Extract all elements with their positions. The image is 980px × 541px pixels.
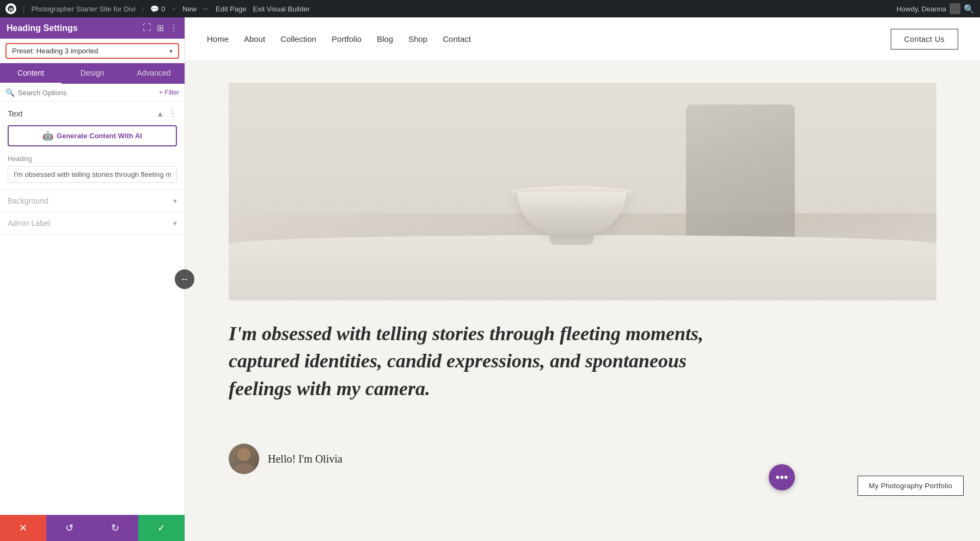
site-navigation: Home About Collection Portfolio Blog Sho… bbox=[185, 17, 980, 61]
undo-icon: ↺ bbox=[65, 522, 74, 534]
text-section-options-icon[interactable]: ⋮ bbox=[168, 108, 177, 119]
comment-bubble[interactable]: 💬 0 bbox=[150, 5, 165, 13]
admin-label-section[interactable]: Admin Label ▾ bbox=[0, 212, 185, 235]
bowl-base bbox=[550, 235, 593, 245]
bowl-body bbox=[517, 192, 626, 235]
svg-point-2 bbox=[237, 448, 250, 461]
hero-photo bbox=[229, 83, 936, 300]
bottom-toolbar: ✕ ↺ ↻ ✓ bbox=[0, 515, 185, 541]
exit-builder-button[interactable]: Exit Visual Builder bbox=[253, 5, 310, 13]
more-icon: ••• bbox=[775, 470, 788, 484]
nav-blog[interactable]: Blog bbox=[377, 34, 393, 44]
portfolio-button[interactable]: My Photography Portfolio bbox=[857, 476, 964, 496]
settings-tabs: Content Design Advanced bbox=[0, 63, 185, 84]
panel-title: Heading Settings bbox=[7, 23, 78, 33]
search-icon: 🔍 bbox=[5, 88, 15, 97]
edit-page-button[interactable]: Edit Page bbox=[216, 5, 246, 13]
redo-button[interactable]: ↻ bbox=[93, 515, 139, 541]
nav-portfolio[interactable]: Portfolio bbox=[332, 34, 362, 44]
page-content: I'm obsessed with telling stories throug… bbox=[185, 61, 980, 444]
panel-resize-handle[interactable]: ↔ bbox=[175, 269, 194, 289]
author-name: Hello! I'm Olivia bbox=[268, 453, 342, 465]
save-icon: ✓ bbox=[157, 522, 166, 534]
nav-collection[interactable]: Collection bbox=[280, 34, 316, 44]
search-options-bar: 🔍 + Filter bbox=[0, 84, 185, 102]
text-section-header: Text ▲ ⋮ bbox=[0, 102, 185, 123]
author-avatar bbox=[229, 444, 259, 474]
hero-heading: I'm obsessed with telling stories throug… bbox=[229, 320, 708, 402]
search-options-input[interactable] bbox=[18, 89, 156, 97]
undo-button[interactable]: ↺ bbox=[46, 515, 93, 541]
nav-links: Home About Collection Portfolio Blog Sho… bbox=[207, 34, 471, 44]
nav-shop[interactable]: Shop bbox=[408, 34, 427, 44]
cancel-button[interactable]: ✕ bbox=[0, 515, 46, 541]
heading-field-input[interactable] bbox=[8, 166, 177, 183]
wordpress-logo[interactable]: W bbox=[5, 3, 16, 14]
admin-label-title: Admin Label bbox=[8, 219, 50, 228]
tab-design[interactable]: Design bbox=[62, 63, 123, 84]
save-button[interactable]: ✓ bbox=[138, 515, 185, 541]
admin-bar: W | Photographer Starter Site for Divi |… bbox=[0, 0, 980, 17]
more-options-icon[interactable]: ⋮ bbox=[169, 23, 178, 33]
contact-us-button[interactable]: Contact Us bbox=[891, 29, 958, 50]
floating-menu-button[interactable]: ••• bbox=[769, 464, 795, 490]
preset-selector[interactable]: Preset: Heading 3 imported ▾ bbox=[5, 43, 179, 59]
nav-about[interactable]: About bbox=[244, 34, 265, 44]
nav-contact[interactable]: Contact bbox=[443, 34, 471, 44]
tab-content[interactable]: Content bbox=[0, 63, 62, 84]
fabric-element bbox=[686, 104, 795, 257]
redo-icon: ↻ bbox=[111, 522, 119, 534]
tab-advanced[interactable]: Advanced bbox=[123, 63, 185, 84]
site-name[interactable]: Photographer Starter Site for Divi bbox=[31, 5, 135, 13]
background-section-title: Background bbox=[8, 196, 48, 205]
text-section-controls: ▲ ⋮ bbox=[156, 108, 177, 119]
user-avatar[interactable] bbox=[950, 3, 960, 14]
author-row: Hello! I'm Olivia bbox=[229, 444, 342, 474]
collapse-text-section-icon[interactable]: ▲ bbox=[156, 109, 164, 118]
background-section[interactable]: Background ▾ bbox=[0, 190, 185, 212]
heading-settings-panel: Heading Settings ⛶ ⊞ ⋮ Preset: Heading 3… bbox=[0, 17, 185, 541]
columns-icon[interactable]: ⊞ bbox=[157, 23, 164, 33]
bowl-element bbox=[517, 192, 626, 257]
generate-content-button[interactable]: 🤖 Generate Content With AI bbox=[8, 125, 177, 146]
preset-label: Preset: Heading 3 imported bbox=[12, 47, 98, 55]
fullscreen-icon[interactable]: ⛶ bbox=[143, 23, 151, 33]
background-chevron-icon: ▾ bbox=[173, 196, 177, 205]
nav-home[interactable]: Home bbox=[207, 34, 229, 44]
page-bottom-area: Hello! I'm Olivia ••• My Photography Por… bbox=[185, 444, 980, 507]
svg-point-3 bbox=[234, 463, 254, 474]
svg-text:W: W bbox=[9, 7, 14, 12]
cancel-icon: ✕ bbox=[19, 522, 27, 534]
panel-header: Heading Settings ⛶ ⊞ ⋮ bbox=[0, 17, 185, 39]
panel-header-icons: ⛶ ⊞ ⋮ bbox=[143, 23, 178, 33]
search-icon[interactable]: 🔍 bbox=[964, 4, 975, 14]
text-section-title: Text bbox=[8, 109, 23, 118]
filter-button[interactable]: + Filter bbox=[159, 89, 179, 96]
preset-chevron-icon: ▾ bbox=[169, 47, 173, 55]
ai-icon: 🤖 bbox=[42, 131, 53, 141]
admin-label-chevron-icon: ▾ bbox=[173, 219, 177, 228]
howdy-label: Howdy, Deanna 🔍 bbox=[896, 3, 975, 14]
heading-field-label: Heading bbox=[0, 153, 185, 165]
hero-image bbox=[229, 83, 936, 300]
text-section: Text ▲ ⋮ 🤖 Generate Content With AI Head… bbox=[0, 102, 185, 190]
new-button[interactable]: New bbox=[182, 5, 197, 13]
page-preview: Home About Collection Portfolio Blog Sho… bbox=[185, 17, 980, 541]
